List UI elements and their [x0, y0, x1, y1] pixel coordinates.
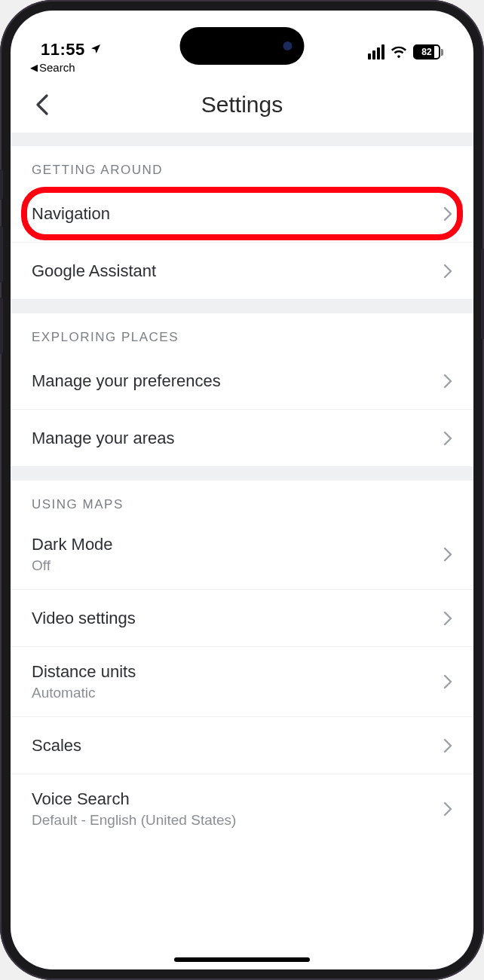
row-scales[interactable]: Scales — [11, 717, 473, 774]
row-subtitle: Off — [32, 557, 113, 574]
chevron-right-icon — [443, 374, 452, 389]
volume-up-button — [0, 226, 3, 282]
battery-icon: 82 — [413, 44, 443, 60]
section-divider — [11, 300, 473, 313]
row-label: Manage your preferences — [32, 371, 221, 391]
row-subtitle: Automatic — [32, 685, 136, 701]
row-voice-search[interactable]: Voice Search Default - English (United S… — [11, 774, 473, 844]
breadcrumb-label: Search — [39, 61, 75, 74]
section-header-exploring-places: EXPLORING PLACES — [11, 313, 473, 353]
dynamic-island — [180, 27, 305, 65]
chevron-right-icon — [443, 611, 452, 626]
cellular-icon — [368, 44, 384, 60]
row-dark-mode[interactable]: Dark Mode Off — [11, 520, 473, 590]
wifi-icon — [391, 45, 407, 59]
chevron-right-icon — [443, 801, 452, 817]
nav-header: Settings — [11, 77, 473, 133]
mute-switch — [0, 169, 3, 200]
back-triangle-icon: ◀ — [30, 62, 38, 73]
page-title: Settings — [11, 92, 473, 118]
section-header-using-maps: USING MAPS — [11, 481, 473, 520]
row-label: Voice Search — [32, 789, 236, 809]
row-label: Manage your areas — [32, 429, 175, 448]
section-divider — [11, 467, 473, 481]
row-distance-units[interactable]: Distance units Automatic — [11, 647, 473, 717]
row-label: Video settings — [32, 609, 136, 628]
chevron-right-icon — [443, 264, 452, 279]
row-manage-preferences[interactable]: Manage your preferences — [11, 353, 473, 410]
section-header-getting-around: GETTING AROUND — [11, 146, 473, 185]
chevron-right-icon — [443, 738, 452, 753]
home-indicator[interactable] — [174, 957, 310, 962]
battery-percentage: 82 — [421, 47, 431, 57]
row-label: Dark Mode — [32, 535, 113, 554]
phone-screen: 11:55 82 — [11, 11, 473, 969]
chevron-right-icon — [443, 206, 452, 221]
status-time: 11:55 — [41, 40, 85, 60]
volume-down-button — [0, 298, 3, 354]
row-manage-areas[interactable]: Manage your areas — [11, 410, 473, 467]
chevron-right-icon — [443, 547, 452, 562]
back-button[interactable] — [27, 90, 57, 120]
row-label: Navigation — [32, 204, 110, 224]
section-divider — [11, 133, 473, 146]
row-label: Scales — [32, 736, 81, 756]
chevron-right-icon — [443, 431, 452, 446]
row-navigation[interactable]: Navigation — [11, 185, 473, 243]
row-video-settings[interactable]: Video settings — [11, 590, 473, 647]
chevron-right-icon — [443, 674, 452, 689]
power-button — [481, 249, 484, 339]
row-google-assistant[interactable]: Google Assistant — [11, 243, 473, 300]
camera-dot — [283, 41, 293, 50]
row-label: Google Assistant — [32, 261, 156, 281]
row-subtitle: Default - English (United States) — [32, 812, 236, 829]
row-label: Distance units — [32, 662, 136, 682]
location-icon — [90, 40, 102, 60]
phone-frame: 11:55 82 — [0, 0, 484, 980]
